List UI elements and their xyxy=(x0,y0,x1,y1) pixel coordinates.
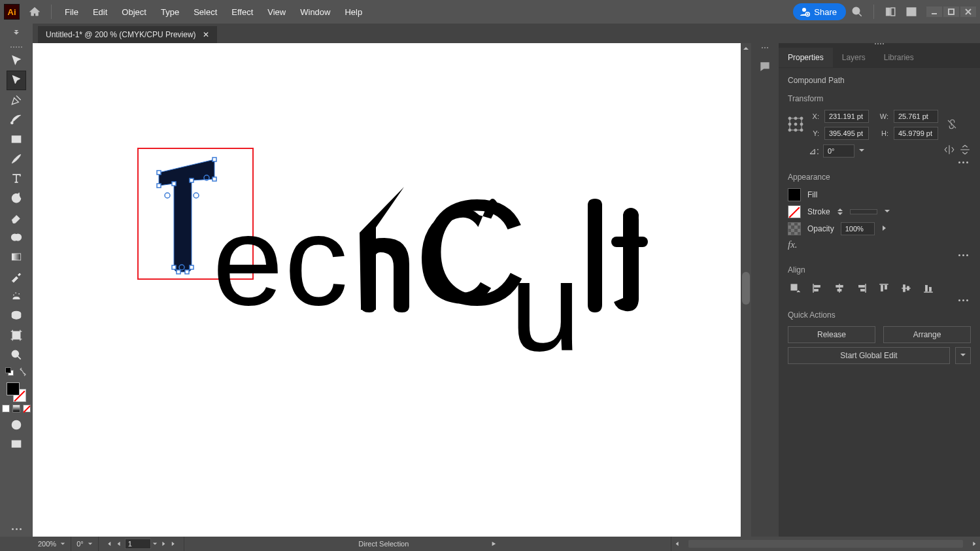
fx-label[interactable]: fx. xyxy=(788,239,798,250)
fill-color-swatch[interactable] xyxy=(788,188,801,201)
angle-dropdown-icon[interactable] xyxy=(858,146,865,156)
eraser-tool-icon[interactable] xyxy=(7,208,26,227)
y-field[interactable]: 395.495 pt xyxy=(824,127,869,140)
h-field[interactable]: 45.9799 pt xyxy=(894,127,938,140)
fill-swatch[interactable] xyxy=(7,382,20,395)
close-tab-icon[interactable]: ✕ xyxy=(203,30,209,39)
align-vcenter-icon[interactable] xyxy=(899,281,913,295)
prev-artboard-icon[interactable] xyxy=(114,539,124,548)
w-field[interactable]: 25.761 pt xyxy=(894,110,938,123)
chevron-down-icon[interactable] xyxy=(152,541,158,546)
scroll-up-icon[interactable] xyxy=(741,43,751,54)
stroke-profile-dropdown-icon[interactable] xyxy=(884,207,890,216)
align-to-dropdown-icon[interactable] xyxy=(788,281,802,295)
menu-object[interactable]: Object xyxy=(115,3,153,21)
opacity-field[interactable]: 100% xyxy=(841,222,875,235)
scroll-left-icon[interactable] xyxy=(673,539,682,548)
angle-field[interactable]: 0° xyxy=(823,144,854,158)
default-fill-stroke-icon[interactable] xyxy=(5,367,14,376)
toolbar-expand-icon[interactable] xyxy=(0,24,33,43)
edit-toolbar-icon[interactable] xyxy=(12,528,22,530)
align-hcenter-icon[interactable] xyxy=(832,281,847,295)
menu-select[interactable]: Select xyxy=(187,3,224,21)
reference-point-icon[interactable] xyxy=(788,116,803,134)
vertical-scrollbar[interactable] xyxy=(741,43,751,537)
arrange-button[interactable]: Arrange xyxy=(883,326,971,343)
workspace-switcher-icon[interactable] xyxy=(902,2,921,22)
play-icon[interactable] xyxy=(491,541,496,546)
gradient-mode-icon[interactable] xyxy=(12,405,20,412)
artboard[interactable]: e c C u xyxy=(33,43,741,537)
align-left-icon[interactable] xyxy=(810,281,824,295)
zoom-level-dropdown[interactable]: 200% xyxy=(33,537,71,551)
menu-view[interactable]: View xyxy=(261,3,292,21)
release-button[interactable]: Release xyxy=(788,326,875,343)
last-artboard-icon[interactable] xyxy=(169,539,178,548)
type-tool-icon[interactable] xyxy=(7,169,26,188)
menu-type[interactable]: Type xyxy=(154,3,186,21)
arrange-documents-icon[interactable] xyxy=(881,2,900,22)
stroke-color-swatch[interactable] xyxy=(788,205,801,218)
symbol-sprayer-tool-icon[interactable] xyxy=(7,286,26,306)
align-right-icon[interactable] xyxy=(854,281,869,295)
close-button[interactable] xyxy=(960,7,976,17)
menu-window[interactable]: Window xyxy=(294,3,337,21)
eyedropper-tool-icon[interactable] xyxy=(7,267,26,286)
opacity-flyout-icon[interactable] xyxy=(881,224,887,233)
menu-help[interactable]: Help xyxy=(338,3,369,21)
horizontal-scrollbar[interactable] xyxy=(688,540,963,548)
x-field[interactable]: 231.191 pt xyxy=(824,110,869,123)
rotation-dropdown[interactable]: 0° xyxy=(71,537,99,551)
align-more-icon[interactable] xyxy=(958,299,968,301)
curvature-tool-icon[interactable] xyxy=(7,110,26,129)
home-icon[interactable] xyxy=(25,2,44,22)
dock-grip[interactable] xyxy=(762,47,768,51)
flip-vertical-icon[interactable] xyxy=(959,144,971,158)
scroll-right-icon[interactable] xyxy=(970,539,979,548)
global-edit-button[interactable]: Start Global Edit xyxy=(788,347,950,364)
none-mode-icon[interactable] xyxy=(23,405,31,412)
gradient-tool-icon[interactable] xyxy=(7,247,26,267)
first-artboard-icon[interactable] xyxy=(104,539,113,548)
align-bottom-icon[interactable] xyxy=(921,281,936,295)
screen-mode-icon[interactable] xyxy=(7,435,26,454)
scrollbar-thumb[interactable] xyxy=(742,272,750,305)
tab-libraries[interactable]: Libraries xyxy=(875,48,923,67)
document-tab[interactable]: Untitled-1* @ 200 % (CMYK/CPU Preview) ✕ xyxy=(38,26,217,43)
swap-fill-stroke-icon[interactable] xyxy=(18,367,27,378)
appearance-more-icon[interactable] xyxy=(958,254,968,256)
comments-panel-icon[interactable] xyxy=(756,58,774,76)
color-mode-icon[interactable] xyxy=(2,405,10,412)
draw-mode-icon[interactable] xyxy=(7,415,26,435)
maximize-button[interactable] xyxy=(943,7,959,17)
menu-edit[interactable]: Edit xyxy=(86,3,114,21)
search-icon[interactable] xyxy=(847,2,867,22)
menu-effect[interactable]: Effect xyxy=(225,3,260,21)
opacity-swatch[interactable] xyxy=(788,222,801,235)
live-paint-tool-icon[interactable] xyxy=(7,306,26,326)
direct-selection-tool-icon[interactable] xyxy=(7,71,26,90)
transform-more-icon[interactable] xyxy=(958,161,968,163)
stroke-weight-stepper[interactable] xyxy=(837,208,843,216)
rectangle-tool-icon[interactable] xyxy=(7,129,26,149)
zoom-tool-icon[interactable] xyxy=(7,345,26,365)
stroke-weight-field[interactable] xyxy=(850,209,877,214)
menu-file[interactable]: File xyxy=(58,3,85,21)
shape-builder-tool-icon[interactable] xyxy=(7,227,26,247)
selection-tool-icon[interactable] xyxy=(7,51,26,71)
paintbrush-tool-icon[interactable] xyxy=(7,149,26,169)
rotate-tool-icon[interactable] xyxy=(7,188,26,208)
fill-stroke-swatch[interactable] xyxy=(7,382,26,402)
share-button[interactable]: Share xyxy=(793,3,846,20)
next-artboard-icon[interactable] xyxy=(159,539,168,548)
artboard-number-field[interactable] xyxy=(125,539,151,549)
constrain-proportions-icon[interactable] xyxy=(946,118,959,131)
pen-tool-icon[interactable] xyxy=(7,90,26,110)
flip-horizontal-icon[interactable] xyxy=(943,144,955,158)
tab-layers[interactable]: Layers xyxy=(833,48,875,67)
minimize-button[interactable] xyxy=(926,7,942,17)
tab-properties[interactable]: Properties xyxy=(779,48,833,67)
artboard-tool-icon[interactable] xyxy=(7,326,26,345)
align-top-icon[interactable] xyxy=(877,281,891,295)
global-edit-dropdown-icon[interactable] xyxy=(955,347,971,364)
